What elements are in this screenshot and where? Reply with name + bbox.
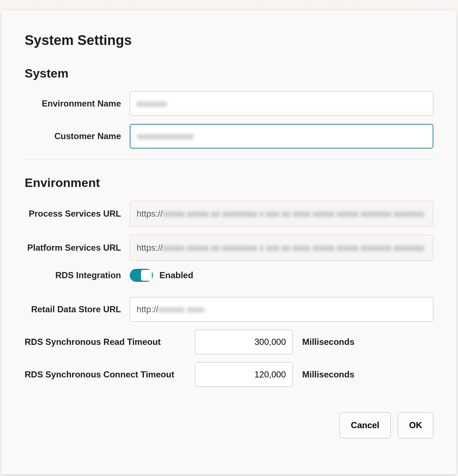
label-retail-data-store-url: Retail Data Store URL	[25, 304, 130, 314]
label-customer-name: Customer Name	[25, 131, 130, 141]
input-rds-read-timeout[interactable]	[195, 330, 293, 354]
row-environment-name: Environment Name xxxxxxx	[25, 91, 433, 116]
row-platform-services-url: Platform Services URL https:// xxxxx xxx…	[25, 235, 433, 261]
label-rds-connect-timeout: RDS Synchronous Connect Timeout	[25, 369, 195, 380]
section-environment-title: Environment	[25, 176, 433, 190]
system-settings-dialog: System Settings System Environment Name …	[1, 10, 457, 475]
page-title: System Settings	[25, 33, 433, 48]
input-rds-connect-timeout[interactable]	[195, 362, 293, 387]
row-rds-read-timeout: RDS Synchronous Read Timeout Millisecond…	[25, 330, 433, 354]
section-divider	[25, 159, 433, 160]
window-texture	[0, 0, 458, 10]
row-process-services-url: Process Services URL https:// xxxxx xxxx…	[25, 201, 433, 227]
section-system-title: System	[25, 66, 433, 80]
label-platform-services-url: Platform Services URL	[25, 243, 130, 253]
input-platform-services-url: https:// xxxxx xxxxx xx xxxxxxxx x xxx x…	[130, 235, 433, 261]
row-customer-name: Customer Name xxxxxxxxxxxxx	[25, 124, 433, 149]
unit-rds-read-timeout: Milliseconds	[302, 337, 354, 347]
row-rds-connect-timeout: RDS Synchronous Connect Timeout Millisec…	[25, 362, 433, 387]
unit-rds-connect-timeout: Milliseconds	[302, 369, 354, 380]
row-rds-integration: RDS Integration Enabled	[25, 269, 433, 282]
toggle-rds-integration[interactable]	[130, 269, 153, 282]
label-rds-read-timeout: RDS Synchronous Read Timeout	[25, 337, 195, 347]
dialog-button-bar: Cancel OK	[25, 412, 433, 438]
input-environment-name[interactable]: xxxxxxx	[130, 91, 433, 116]
input-retail-data-store-url[interactable]: http:// xxxxxx xxxx	[130, 297, 433, 322]
label-rds-integration: RDS Integration	[25, 270, 130, 280]
label-process-services-url: Process Services URL	[25, 209, 130, 219]
toggle-rds-integration-state: Enabled	[159, 270, 193, 280]
cancel-button[interactable]: Cancel	[340, 412, 391, 438]
ok-button[interactable]: OK	[398, 412, 433, 438]
label-environment-name: Environment Name	[25, 99, 130, 109]
input-process-services-url: https:// xxxxx xxxxx xx xxxxxxxx x xxx x…	[130, 201, 433, 227]
row-retail-data-store-url: Retail Data Store URL http:// xxxxxx xxx…	[25, 297, 433, 322]
input-customer-name[interactable]: xxxxxxxxxxxxx	[130, 124, 433, 149]
